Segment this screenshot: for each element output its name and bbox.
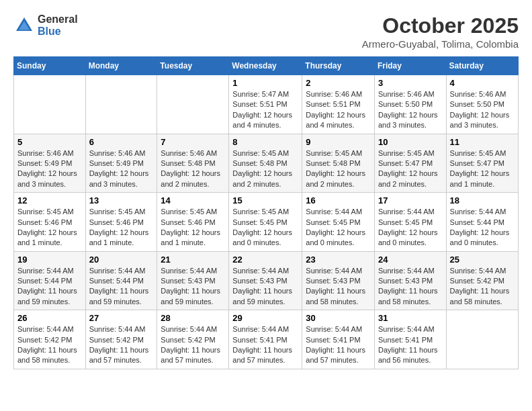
day-number: 13: [89, 195, 154, 205]
calendar-cell: 10Sunrise: 5:45 AM Sunset: 5:47 PM Dayli…: [374, 134, 446, 193]
calendar-week-row: 19Sunrise: 5:44 AM Sunset: 5:44 PM Dayli…: [14, 251, 519, 310]
calendar-header-row: SundayMondayTuesdayWednesdayThursdayFrid…: [14, 57, 519, 75]
calendar-cell: 1Sunrise: 5:47 AM Sunset: 5:51 PM Daylig…: [229, 75, 302, 134]
cell-content: Sunrise: 5:44 AM Sunset: 5:43 PM Dayligh…: [232, 266, 298, 308]
calendar-cell: 23Sunrise: 5:44 AM Sunset: 5:43 PM Dayli…: [302, 251, 375, 310]
cell-content: Sunrise: 5:44 AM Sunset: 5:43 PM Dayligh…: [306, 266, 371, 308]
day-number: 6: [89, 137, 154, 147]
day-number: 17: [378, 195, 443, 205]
calendar-cell: 30Sunrise: 5:44 AM Sunset: 5:41 PM Dayli…: [302, 310, 375, 369]
calendar-cell: [85, 75, 157, 134]
cell-content: Sunrise: 5:45 AM Sunset: 5:46 PM Dayligh…: [17, 207, 82, 248]
calendar-cell: [157, 75, 229, 134]
cell-content: Sunrise: 5:44 AM Sunset: 5:42 PM Dayligh…: [161, 324, 225, 366]
month-title: October 2025: [362, 13, 519, 38]
cell-content: Sunrise: 5:45 AM Sunset: 5:46 PM Dayligh…: [89, 207, 154, 248]
title-area: October 2025 Armero-Guyabal, Tolima, Col…: [362, 13, 519, 50]
day-number: 30: [306, 313, 371, 323]
day-number: 2: [306, 78, 371, 88]
calendar-cell: 21Sunrise: 5:44 AM Sunset: 5:43 PM Dayli…: [157, 251, 229, 310]
day-number: 25: [450, 255, 515, 265]
day-number: 16: [306, 195, 371, 205]
day-number: 22: [232, 255, 298, 265]
day-number: 10: [378, 137, 443, 147]
day-number: 3: [378, 78, 443, 88]
day-number: 28: [161, 313, 225, 323]
calendar-cell: 8Sunrise: 5:45 AM Sunset: 5:48 PM Daylig…: [229, 134, 302, 193]
calendar-week-row: 12Sunrise: 5:45 AM Sunset: 5:46 PM Dayli…: [14, 193, 519, 252]
calendar-cell: 11Sunrise: 5:45 AM Sunset: 5:47 PM Dayli…: [446, 134, 518, 193]
logo: General Blue: [13, 13, 78, 37]
cell-content: Sunrise: 5:44 AM Sunset: 5:41 PM Dayligh…: [378, 324, 443, 366]
calendar-cell: 24Sunrise: 5:44 AM Sunset: 5:43 PM Dayli…: [374, 251, 446, 310]
calendar-table: SundayMondayTuesdayWednesdayThursdayFrid…: [13, 56, 519, 369]
calendar-cell: 19Sunrise: 5:44 AM Sunset: 5:44 PM Dayli…: [14, 251, 86, 310]
calendar-cell: 26Sunrise: 5:44 AM Sunset: 5:42 PM Dayli…: [14, 310, 86, 369]
calendar-cell: 12Sunrise: 5:45 AM Sunset: 5:46 PM Dayli…: [14, 193, 86, 252]
calendar-cell: 5Sunrise: 5:46 AM Sunset: 5:49 PM Daylig…: [14, 134, 86, 193]
calendar-cell: 2Sunrise: 5:46 AM Sunset: 5:51 PM Daylig…: [302, 75, 375, 134]
cell-content: Sunrise: 5:44 AM Sunset: 5:42 PM Dayligh…: [450, 266, 515, 308]
day-number: 31: [378, 313, 443, 323]
logo-blue-label: Blue: [38, 26, 78, 38]
day-number: 18: [450, 195, 515, 205]
cell-content: Sunrise: 5:44 AM Sunset: 5:42 PM Dayligh…: [17, 324, 82, 366]
cell-content: Sunrise: 5:44 AM Sunset: 5:44 PM Dayligh…: [450, 207, 515, 248]
cell-content: Sunrise: 5:44 AM Sunset: 5:43 PM Dayligh…: [161, 266, 225, 308]
cell-content: Sunrise: 5:44 AM Sunset: 5:41 PM Dayligh…: [306, 324, 371, 366]
calendar-cell: 28Sunrise: 5:44 AM Sunset: 5:42 PM Dayli…: [157, 310, 229, 369]
day-number: 15: [232, 195, 298, 205]
day-number: 5: [17, 137, 82, 147]
cell-content: Sunrise: 5:46 AM Sunset: 5:50 PM Dayligh…: [378, 89, 443, 131]
calendar-cell: 31Sunrise: 5:44 AM Sunset: 5:41 PM Dayli…: [374, 310, 446, 369]
calendar-cell: 7Sunrise: 5:46 AM Sunset: 5:48 PM Daylig…: [157, 134, 229, 193]
cell-content: Sunrise: 5:46 AM Sunset: 5:49 PM Dayligh…: [89, 148, 154, 190]
cell-content: Sunrise: 5:45 AM Sunset: 5:48 PM Dayligh…: [306, 148, 371, 190]
calendar-cell: 25Sunrise: 5:44 AM Sunset: 5:42 PM Dayli…: [446, 251, 518, 310]
cell-content: Sunrise: 5:47 AM Sunset: 5:51 PM Dayligh…: [232, 89, 298, 131]
cell-content: Sunrise: 5:45 AM Sunset: 5:46 PM Dayligh…: [161, 207, 225, 248]
calendar-week-row: 5Sunrise: 5:46 AM Sunset: 5:49 PM Daylig…: [14, 134, 519, 193]
header-day-monday: Monday: [85, 57, 157, 75]
calendar-week-row: 1Sunrise: 5:47 AM Sunset: 5:51 PM Daylig…: [14, 75, 519, 134]
header: General Blue October 2025 Armero-Guyabal…: [13, 13, 519, 50]
calendar-cell: 15Sunrise: 5:45 AM Sunset: 5:45 PM Dayli…: [229, 193, 302, 252]
day-number: 8: [232, 137, 298, 147]
day-number: 19: [17, 255, 82, 265]
logo-general-label: General: [38, 13, 78, 26]
day-number: 23: [306, 255, 371, 265]
cell-content: Sunrise: 5:44 AM Sunset: 5:44 PM Dayligh…: [17, 266, 82, 308]
calendar-week-row: 26Sunrise: 5:44 AM Sunset: 5:42 PM Dayli…: [14, 310, 519, 369]
cell-content: Sunrise: 5:44 AM Sunset: 5:41 PM Dayligh…: [232, 324, 298, 366]
calendar-cell: 22Sunrise: 5:44 AM Sunset: 5:43 PM Dayli…: [229, 251, 302, 310]
day-number: 24: [378, 255, 443, 265]
calendar-cell: 27Sunrise: 5:44 AM Sunset: 5:42 PM Dayli…: [85, 310, 157, 369]
cell-content: Sunrise: 5:46 AM Sunset: 5:49 PM Dayligh…: [17, 148, 82, 190]
day-number: 29: [232, 313, 298, 323]
cell-content: Sunrise: 5:45 AM Sunset: 5:48 PM Dayligh…: [232, 148, 298, 190]
cell-content: Sunrise: 5:45 AM Sunset: 5:47 PM Dayligh…: [450, 148, 515, 190]
location-title: Armero-Guyabal, Tolima, Colombia: [362, 38, 519, 50]
header-day-saturday: Saturday: [446, 57, 518, 75]
day-number: 1: [232, 78, 298, 88]
day-number: 26: [17, 313, 82, 323]
calendar-cell: 17Sunrise: 5:44 AM Sunset: 5:45 PM Dayli…: [374, 193, 446, 252]
cell-content: Sunrise: 5:44 AM Sunset: 5:43 PM Dayligh…: [378, 266, 443, 308]
calendar-cell: [446, 310, 518, 369]
calendar-cell: 6Sunrise: 5:46 AM Sunset: 5:49 PM Daylig…: [85, 134, 157, 193]
calendar-cell: 18Sunrise: 5:44 AM Sunset: 5:44 PM Dayli…: [446, 193, 518, 252]
cell-content: Sunrise: 5:46 AM Sunset: 5:51 PM Dayligh…: [306, 89, 371, 131]
calendar-cell: 20Sunrise: 5:44 AM Sunset: 5:44 PM Dayli…: [85, 251, 157, 310]
header-day-sunday: Sunday: [14, 57, 86, 75]
calendar-cell: 9Sunrise: 5:45 AM Sunset: 5:48 PM Daylig…: [302, 134, 375, 193]
calendar-cell: 3Sunrise: 5:46 AM Sunset: 5:50 PM Daylig…: [374, 75, 446, 134]
calendar-cell: 29Sunrise: 5:44 AM Sunset: 5:41 PM Dayli…: [229, 310, 302, 369]
day-number: 27: [89, 313, 154, 323]
day-number: 21: [161, 255, 225, 265]
day-number: 7: [161, 137, 225, 147]
day-number: 4: [450, 78, 515, 88]
logo-icon: [13, 15, 35, 36]
cell-content: Sunrise: 5:45 AM Sunset: 5:45 PM Dayligh…: [232, 207, 298, 248]
cell-content: Sunrise: 5:46 AM Sunset: 5:48 PM Dayligh…: [161, 148, 225, 190]
cell-content: Sunrise: 5:44 AM Sunset: 5:42 PM Dayligh…: [89, 324, 154, 366]
